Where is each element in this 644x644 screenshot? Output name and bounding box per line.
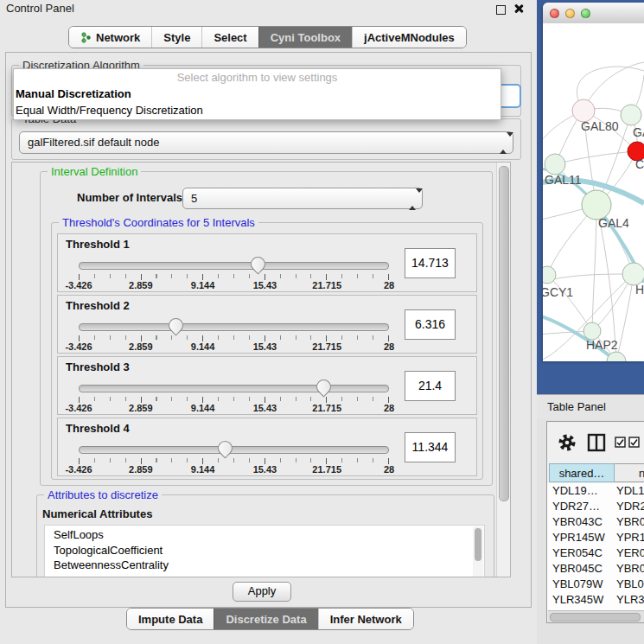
list-item[interactable]: BetweennessCentrality	[45, 558, 484, 573]
zoom-traffic-light-icon[interactable]	[581, 9, 590, 18]
table-row[interactable]: YBR045CYBR0	[547, 561, 644, 577]
threshold-coordinates-group: Threshold's Coordinates for 5 Intervals …	[51, 222, 483, 480]
network-node[interactable]	[621, 105, 641, 125]
threshold-1-slider[interactable]: -3.426 2.859 9.144 15.43 21.715 28	[79, 255, 389, 290]
minimize-traffic-light-icon[interactable]	[565, 9, 575, 18]
algorithm-dropdown-popup: Select algorithm to view settings Manual…	[13, 68, 501, 120]
threshold-2-slider[interactable]: -3.426 2.859 9.144 15.43 21.715 28	[79, 316, 389, 351]
table-row[interactable]: YBL079WYBL0	[547, 577, 644, 592]
threshold-2-label: Threshold 2	[66, 299, 130, 312]
table-row[interactable]: YBR043CYBR0	[547, 514, 644, 530]
algorithm-option-equal-width[interactable]: Equal Width/Frequency Discretization	[14, 102, 501, 118]
table-data-combobox[interactable]: galFiltered.sif default node	[19, 131, 513, 154]
threshold-4-box: Threshold 4 -3.426 2.859 9.144 15.43 21.…	[57, 418, 477, 476]
algorithm-placeholder-option[interactable]: Select algorithm to view settings	[14, 69, 501, 86]
tab-cyni-toolbox[interactable]: Cyni Toolbox	[258, 27, 352, 48]
network-node[interactable]	[545, 154, 565, 175]
network-node-label: C	[635, 157, 644, 171]
list-item[interactable]: SelfLoops	[45, 526, 484, 543]
slider-track[interactable]	[79, 385, 389, 392]
threshold-3-slider[interactable]: -3.426 2.859 9.144 15.43 21.715 28	[79, 378, 389, 412]
cyni-toolbox-panel: Discretization Algorithm Select algorith…	[5, 52, 532, 608]
table-row[interactable]: YDR27…YDR2	[547, 499, 644, 514]
tick-label: -3.426	[65, 341, 92, 352]
top-tab-bar: Network Style Select Cyni Toolbox jActiv…	[68, 26, 467, 48]
close-icon[interactable]	[513, 3, 524, 14]
list-scrollbar[interactable]	[473, 526, 483, 577]
tick-label: -3.426	[65, 464, 92, 475]
table-body: YDL19…YDL1 YDR27…YDR2 YBR043CYBR0 YPR145…	[547, 483, 644, 610]
network-canvas[interactable]: GAL80GACGAL11GAL4GCY1HHAP2	[543, 23, 644, 361]
tick-label: -3.426	[65, 403, 92, 413]
threshold-4-value-field[interactable]: 11.344	[405, 432, 456, 462]
interval-definition-group-title: Interval Definition	[48, 165, 141, 178]
threshold-2-value-field[interactable]: 6.316	[405, 309, 456, 340]
apply-button[interactable]: Apply	[233, 582, 291, 602]
table-panel-window: shared… n YDL19…YDL1 YDR27…YDR2 YBR043CY…	[546, 421, 644, 623]
list-item[interactable]: TopologicalCoefficient	[45, 543, 484, 558]
checkbox-icon[interactable]	[628, 437, 640, 448]
tab-style[interactable]: Style	[151, 27, 201, 48]
vertical-scrollbar[interactable]	[496, 163, 510, 577]
slider-track[interactable]	[79, 446, 389, 454]
number-of-intervals-combobox[interactable]: 5	[182, 188, 423, 209]
tab-infer-network[interactable]: Infer Network	[318, 609, 413, 629]
tick-label: 9.144	[191, 403, 215, 413]
number-of-intervals-label: Number of Intervals	[77, 191, 182, 204]
tick-label: 21.715	[312, 464, 341, 475]
numerical-attributes-list: SelfLoops TopologicalCoefficient Between…	[44, 525, 485, 577]
tab-select[interactable]: Select	[201, 27, 258, 48]
tick-label: 2.859	[129, 403, 153, 413]
tick-label: 15.43	[253, 403, 277, 413]
slider-track[interactable]	[79, 262, 389, 270]
network-node[interactable]	[543, 266, 556, 284]
tick-label: 28	[384, 403, 394, 413]
network-window-titlebar[interactable]	[543, 3, 644, 24]
threshold-slider-thumb[interactable]	[165, 315, 186, 335]
gear-icon[interactable]	[558, 433, 577, 452]
tab-infer-network-label: Infer Network	[330, 613, 402, 626]
table-data-group: Table Data galFiltered.sif default node	[11, 118, 521, 160]
algorithm-option-manual[interactable]: Manual Discretization	[14, 86, 501, 102]
tick-label: 2.859	[129, 341, 153, 352]
tick-label: 15.43	[253, 280, 277, 290]
threshold-slider-thumb[interactable]	[248, 253, 269, 274]
tick-label: -3.426	[65, 280, 92, 290]
tab-impute-data[interactable]: Impute Data	[127, 609, 214, 629]
tab-network[interactable]: Network	[69, 27, 151, 48]
tick-label: 15.43	[253, 341, 277, 352]
horizontal-scrollbar[interactable]	[548, 610, 644, 622]
tab-jactivemnodules-label: jActiveMNodules	[364, 31, 455, 44]
scrollbar-thumb[interactable]	[550, 613, 641, 622]
close-traffic-light-icon[interactable]	[550, 9, 559, 18]
scrollbar-thumb[interactable]	[499, 166, 509, 501]
network-node[interactable]	[583, 322, 601, 340]
table-row[interactable]: YPR145WYPR1	[547, 530, 644, 545]
column-header-name[interactable]: n	[615, 463, 644, 482]
checkbox-icon[interactable]	[615, 437, 626, 448]
threshold-3-value-field[interactable]: 21.4	[405, 371, 456, 401]
table-row[interactable]: YDL19…YDL1	[547, 483, 644, 499]
tab-jactivemnodules[interactable]: jActiveMNodules	[352, 27, 466, 48]
threshold-4-slider[interactable]: -3.426 2.859 9.144 15.43 21.715 28	[79, 439, 389, 474]
tab-discretize-data[interactable]: Discretize Data	[214, 609, 317, 629]
tick-label: 9.144	[191, 464, 215, 475]
window-title: Control Panel	[6, 2, 74, 15]
split-panel-icon[interactable]	[587, 433, 606, 452]
tab-impute-data-label: Impute Data	[138, 613, 202, 626]
float-window-icon[interactable]	[496, 5, 506, 15]
table-row[interactable]: YER054CYER0	[547, 545, 644, 561]
threshold-1-label: Threshold 1	[66, 238, 130, 251]
threshold-1-value-field[interactable]: 14.713	[405, 248, 456, 278]
threshold-slider-thumb[interactable]	[214, 437, 235, 458]
tab-network-label: Network	[96, 31, 140, 44]
slider-track[interactable]	[79, 323, 389, 331]
table-row[interactable]: YLR345WYLR3	[547, 592, 644, 608]
network-icon	[80, 32, 92, 43]
threshold-slider-thumb[interactable]	[313, 376, 334, 397]
threshold-1-box: Threshold 1 -3.426 2.859 9.144 15.43 21.…	[57, 233, 477, 292]
network-node[interactable]	[582, 190, 611, 220]
tab-style-label: Style	[163, 31, 190, 44]
column-header-shared-name[interactable]: shared…	[549, 463, 615, 482]
network-node[interactable]	[607, 352, 626, 361]
